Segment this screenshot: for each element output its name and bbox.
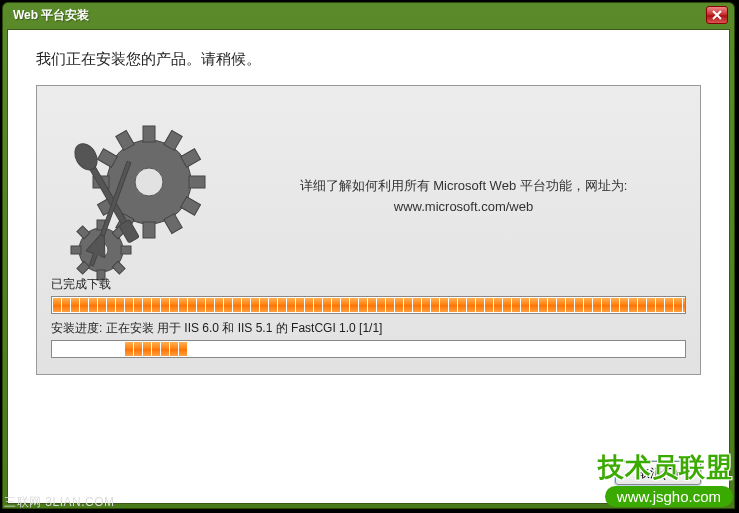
cancel-button[interactable]: 取消(C) — [615, 461, 701, 485]
download-label: 已完成下载 — [51, 276, 686, 293]
client-area: 我们正在安装您的产品。请稍候。 — [7, 29, 730, 504]
download-progress-bar — [51, 296, 686, 314]
info-panel: 详细了解如何利用所有 Microsoft Web 平台功能，网址为: www.m… — [36, 85, 701, 375]
promo-line-1: 详细了解如何利用所有 Microsoft Web 平台功能，网址为: — [247, 176, 680, 197]
install-label: 安装进度: 正在安装 用于 IIS 6.0 和 IIS 5.1 的 FastCG… — [51, 320, 686, 337]
install-progress-bar — [51, 340, 686, 358]
svg-point-13 — [135, 168, 163, 196]
gear-illustration — [59, 112, 229, 292]
install-fill — [125, 342, 187, 356]
window-title: Web 平台安装 — [9, 7, 706, 24]
download-progress-block: 已完成下载 — [51, 276, 686, 314]
svg-rect-1 — [143, 126, 155, 142]
page-heading: 我们正在安装您的产品。请稍候。 — [8, 30, 729, 85]
svg-rect-21 — [71, 246, 81, 254]
titlebar[interactable]: Web 平台安装 — [3, 3, 734, 27]
close-icon — [712, 10, 722, 20]
svg-rect-7 — [143, 222, 155, 238]
svg-rect-17 — [121, 246, 131, 254]
progress-section: 已完成下载 安装进度: 正在安装 用于 IIS 6.0 和 IIS 5.1 的 … — [51, 276, 686, 364]
promo-line-2: www.microsoft.com/web — [247, 197, 680, 218]
svg-rect-4 — [189, 176, 205, 188]
close-button[interactable] — [706, 6, 728, 24]
download-fill — [53, 298, 686, 312]
install-progress-block: 安装进度: 正在安装 用于 IIS 6.0 和 IIS 5.1 的 FastCG… — [51, 320, 686, 358]
gear-icon — [59, 112, 229, 292]
promo-text: 详细了解如何利用所有 Microsoft Web 平台功能，网址为: www.m… — [247, 176, 680, 218]
footer-text: 三联网 3LIAN.COM — [4, 494, 115, 511]
installer-window: Web 平台安装 我们正在安装您的产品。请稍候。 — [2, 2, 735, 509]
svg-point-25 — [70, 140, 101, 174]
button-row: 取消(C) — [615, 461, 701, 485]
